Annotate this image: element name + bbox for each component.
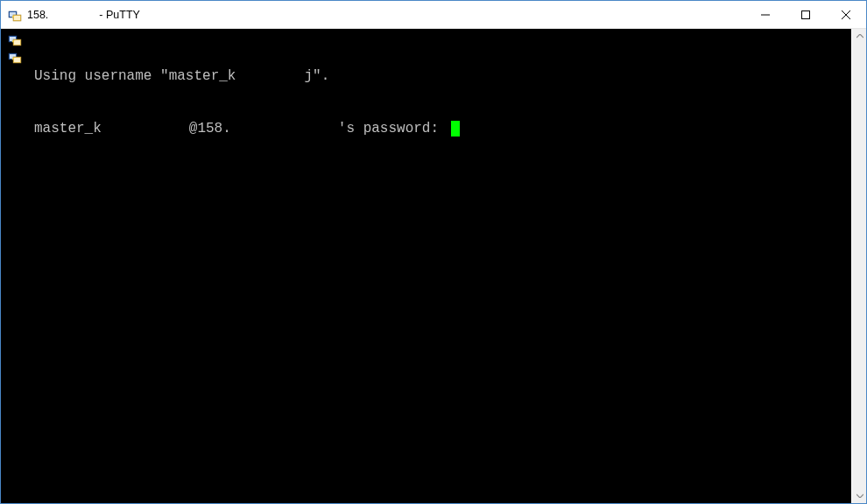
terminal[interactable]: Using username "master_k j". master_k @1…	[29, 29, 851, 503]
terminal-text: master_k	[34, 120, 102, 137]
terminal-text: 's password:	[338, 120, 448, 137]
redacted-text	[231, 122, 338, 136]
client-area: Using username "master_k j". master_k @1…	[1, 29, 866, 503]
terminal-cursor	[451, 121, 460, 136]
vertical-scrollbar[interactable]	[851, 29, 866, 503]
titlebar: 158. - PuTTY	[1, 1, 866, 29]
putty-icon	[8, 32, 22, 46]
maximize-button[interactable]	[786, 1, 826, 29]
terminal-text: @158.	[189, 120, 231, 137]
terminal-text: j".	[304, 67, 329, 85]
redacted-text	[102, 122, 189, 136]
terminal-line: Using username "master_k j".	[34, 67, 851, 85]
title-suffix: - PuTTY	[99, 9, 140, 21]
chevron-down-icon[interactable]	[852, 488, 867, 503]
terminal-line: master_k @158. 's password:	[34, 120, 851, 137]
putty-icon	[8, 8, 22, 22]
svg-rect-3	[14, 16, 20, 20]
redacted-text	[236, 70, 304, 83]
svg-rect-12	[14, 40, 20, 45]
close-button[interactable]	[826, 1, 866, 29]
minimize-button[interactable]	[745, 1, 786, 29]
left-gutter	[1, 29, 29, 503]
minimize-icon	[761, 10, 770, 19]
svg-rect-6	[802, 10, 810, 18]
chevron-up-icon[interactable]	[852, 29, 867, 44]
svg-rect-17	[14, 58, 20, 62]
window-title: 158. - PuTTY	[27, 9, 140, 21]
title-prefix: 158.	[27, 9, 48, 21]
title-redacted	[48, 9, 99, 21]
terminal-text: Using username "master_k	[34, 67, 236, 85]
maximize-icon	[801, 10, 810, 19]
close-icon	[842, 10, 850, 19]
putty-icon	[8, 50, 22, 64]
